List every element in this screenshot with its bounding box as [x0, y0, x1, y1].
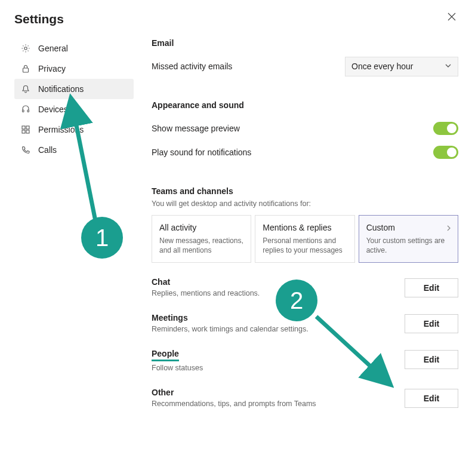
- teams-helper: You will get desktop and activity notifi…: [152, 199, 458, 208]
- card-title: Custom: [366, 223, 451, 232]
- svg-rect-5: [26, 126, 29, 129]
- card-desc: Your custom settings are active.: [366, 236, 451, 255]
- preview-toggle[interactable]: [433, 122, 458, 135]
- apps-icon: [20, 124, 31, 135]
- edit-chat-button[interactable]: Edit: [405, 278, 458, 297]
- sidebar-item-label: Privacy: [38, 64, 66, 73]
- svg-rect-2: [23, 110, 24, 112]
- sidebar-item-label: General: [38, 44, 68, 53]
- dropdown-value: Once every hour: [351, 62, 414, 71]
- svg-rect-1: [23, 68, 29, 72]
- sidebar-item-general[interactable]: General: [14, 38, 134, 59]
- edit-meetings-button[interactable]: Edit: [405, 314, 458, 333]
- edit-people-button[interactable]: Edit: [405, 350, 458, 369]
- svg-rect-3: [27, 110, 29, 112]
- sidebar-item-label: Permissions: [38, 125, 84, 134]
- chevron-right-icon: [446, 224, 452, 234]
- missed-emails-label: Missed activity emails: [152, 62, 232, 71]
- close-icon: [448, 13, 456, 21]
- missed-emails-dropdown[interactable]: Once every hour: [345, 57, 458, 76]
- chevron-down-icon: [445, 62, 452, 71]
- sidebar: General Privacy Notifications Devices: [14, 38, 134, 408]
- sidebar-item-label: Devices: [38, 105, 68, 114]
- meetings-desc: Reminders, work timings and calendar set…: [152, 325, 309, 333]
- phone-icon: [20, 145, 31, 155]
- chat-desc: Replies, mentions and reactions.: [152, 289, 260, 297]
- gear-icon: [20, 43, 31, 54]
- preview-label: Show message preview: [152, 124, 240, 133]
- section-title-appearance: Appearance and sound: [152, 100, 458, 110]
- other-desc: Recommendations, tips, and prompts from …: [152, 400, 316, 408]
- sidebar-item-privacy[interactable]: Privacy: [14, 59, 134, 79]
- sidebar-item-notifications[interactable]: Notifications: [14, 79, 134, 99]
- svg-rect-4: [22, 126, 25, 129]
- card-mentions-replies[interactable]: Mentions & replies Personal mentions and…: [255, 215, 354, 263]
- page-title: Settings: [14, 12, 64, 26]
- close-button[interactable]: [445, 10, 458, 23]
- svg-rect-7: [26, 130, 29, 133]
- other-title: Other: [152, 388, 174, 397]
- chat-title: Chat: [152, 277, 170, 287]
- svg-rect-6: [22, 130, 25, 133]
- edit-other-button[interactable]: Edit: [405, 389, 458, 408]
- svg-point-0: [24, 47, 27, 50]
- card-all-activity[interactable]: All activity New messages, reactions, an…: [152, 215, 251, 263]
- sidebar-item-label: Notifications: [38, 84, 84, 94]
- settings-content: Email Missed activity emails Once every …: [134, 38, 458, 408]
- sound-toggle[interactable]: [433, 146, 458, 159]
- card-desc: New messages, reactions, and all mention…: [159, 236, 243, 255]
- people-desc: Follow statuses: [152, 364, 203, 372]
- sidebar-item-devices[interactable]: Devices: [14, 99, 134, 119]
- sidebar-item-label: Calls: [38, 145, 57, 155]
- card-title: All activity: [159, 223, 243, 232]
- headset-icon: [20, 104, 31, 115]
- sound-label: Play sound for notifications: [152, 148, 251, 157]
- card-desc: Personal mentions and replies to your me…: [263, 236, 347, 255]
- meetings-title: Meetings: [152, 313, 188, 323]
- section-title-teams: Teams and channels: [152, 186, 458, 196]
- section-title-email: Email: [152, 38, 458, 48]
- bell-icon: [20, 84, 31, 94]
- people-title: People: [152, 349, 179, 361]
- card-title: Mentions & replies: [263, 223, 347, 232]
- lock-icon: [20, 63, 31, 74]
- card-custom[interactable]: Custom Your custom settings are active.: [359, 215, 458, 263]
- sidebar-item-permissions[interactable]: Permissions: [14, 119, 134, 140]
- sidebar-item-calls[interactable]: Calls: [14, 140, 134, 160]
